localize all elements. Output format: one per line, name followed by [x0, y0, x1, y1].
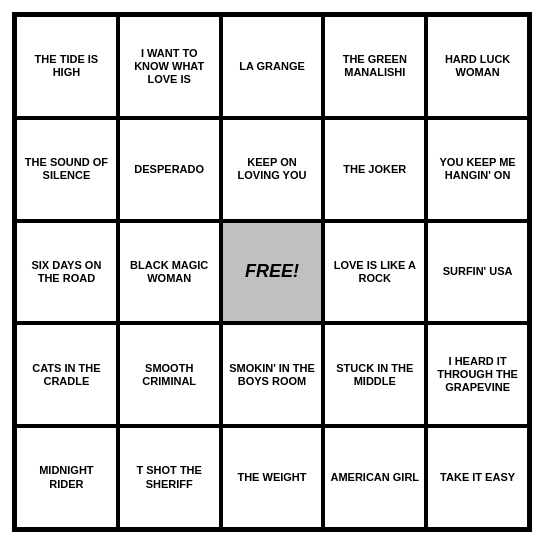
bingo-cell-r3c0[interactable]: CATS IN THE CRADLE: [15, 323, 118, 426]
bingo-cell-r1c4[interactable]: YOU KEEP ME HANGIN' ON: [426, 118, 529, 221]
bingo-cell-r0c2[interactable]: LA GRANGE: [221, 15, 324, 118]
bingo-cell-r1c2[interactable]: KEEP ON LOVING YOU: [221, 118, 324, 221]
bingo-cell-r0c4[interactable]: HARD LUCK WOMAN: [426, 15, 529, 118]
bingo-cell-r2c4[interactable]: SURFIN' USA: [426, 221, 529, 324]
bingo-cell-r0c3[interactable]: THE GREEN MANALISHI: [323, 15, 426, 118]
bingo-cell-r2c3[interactable]: LOVE IS LIKE A ROCK: [323, 221, 426, 324]
bingo-cell-r4c0[interactable]: MIDNIGHT RIDER: [15, 426, 118, 529]
bingo-cell-r4c4[interactable]: TAKE IT EASY: [426, 426, 529, 529]
bingo-cell-r0c0[interactable]: THE TIDE IS HIGH: [15, 15, 118, 118]
bingo-cell-r3c1[interactable]: SMOOTH CRIMINAL: [118, 323, 221, 426]
bingo-cell-r1c3[interactable]: THE JOKER: [323, 118, 426, 221]
bingo-cell-r0c1[interactable]: I WANT TO KNOW WHAT LOVE IS: [118, 15, 221, 118]
bingo-cell-r1c0[interactable]: THE SOUND OF SILENCE: [15, 118, 118, 221]
bingo-cell-r2c2[interactable]: Free!: [221, 221, 324, 324]
bingo-cell-r2c0[interactable]: SIX DAYS ON THE ROAD: [15, 221, 118, 324]
bingo-cell-r4c2[interactable]: THE WEIGHT: [221, 426, 324, 529]
bingo-cell-r1c1[interactable]: DESPERADO: [118, 118, 221, 221]
bingo-cell-r3c4[interactable]: I HEARD IT THROUGH THE GRAPEVINE: [426, 323, 529, 426]
bingo-card: THE TIDE IS HIGHI WANT TO KNOW WHAT LOVE…: [12, 12, 532, 532]
bingo-cell-r4c3[interactable]: AMERICAN GIRL: [323, 426, 426, 529]
bingo-cell-r4c1[interactable]: T SHOT THE SHERIFF: [118, 426, 221, 529]
bingo-cell-r2c1[interactable]: BLACK MAGIC WOMAN: [118, 221, 221, 324]
bingo-cell-r3c3[interactable]: STUCK IN THE MIDDLE: [323, 323, 426, 426]
bingo-cell-r3c2[interactable]: SMOKIN' IN THE BOYS ROOM: [221, 323, 324, 426]
